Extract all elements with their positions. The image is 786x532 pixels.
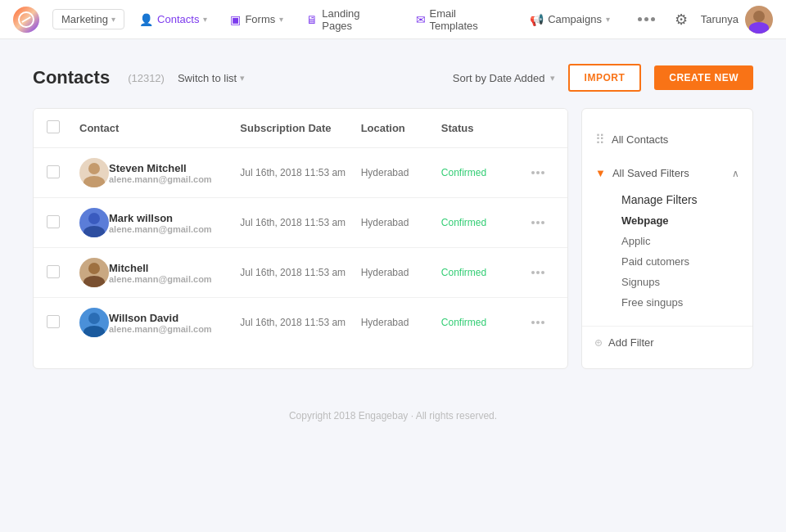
- table-row[interactable]: Mitchell alene.mann@gmail.com Jul 16th, …: [34, 248, 567, 298]
- page-header: Contacts (12312) Switch to list ▾ Sort b…: [33, 64, 753, 92]
- manage-filters-item[interactable]: Manage Filters: [608, 189, 752, 210]
- landing-pages-icon: 🖥: [306, 13, 318, 26]
- col-status-header: Status: [441, 122, 522, 134]
- nav-contacts[interactable]: 👤 Contacts ▾: [131, 10, 215, 29]
- table-row[interactable]: Willson David alene.mann@gmail.com Jul 1…: [34, 298, 567, 347]
- manage-filters-label: Manage Filters: [621, 193, 698, 206]
- campaigns-icon: 📢: [530, 13, 544, 26]
- sidebar-filter-item-0[interactable]: Webpage: [608, 210, 752, 231]
- contact-email: alene.mann@gmail.com: [109, 174, 212, 184]
- subscription-date: Jul 16th, 2018 11:53 am: [240, 217, 360, 228]
- col-date-header: Subscription Date: [240, 122, 360, 134]
- contact-name: Mark willson: [109, 212, 212, 224]
- contact-info: Willson David alene.mann@gmail.com: [109, 312, 212, 334]
- email-templates-label: Email Templates: [430, 7, 508, 32]
- sidebar-filter-item-4[interactable]: Free singups: [608, 292, 752, 313]
- contact-email: alene.mann@gmail.com: [109, 224, 212, 234]
- status-badge: Confirmed: [441, 217, 522, 228]
- copyright-text: Copyright 2018 Engagebay · All rights re…: [289, 410, 497, 422]
- contact-email: alene.mann@gmail.com: [109, 274, 212, 284]
- nav-email-templates[interactable]: ✉ Email Templates: [408, 4, 516, 35]
- col-contact-header: Contact: [79, 122, 240, 134]
- contacts-chevron-icon: ▾: [203, 15, 207, 24]
- row-actions-button[interactable]: [528, 268, 548, 277]
- user-name: Tarunya: [701, 13, 739, 25]
- sidebar-panel: ⠿ All Contacts ▼ All Saved Filters ∧ Man…: [581, 108, 753, 369]
- location: Hyderabad: [361, 267, 441, 278]
- row-actions-button[interactable]: [528, 218, 548, 228]
- sort-label: Sort by Date Added: [453, 72, 545, 84]
- user-menu[interactable]: Tarunya: [701, 6, 773, 34]
- switch-to-list-button[interactable]: Switch to list ▾: [178, 72, 245, 84]
- contact-email: alene.mann@gmail.com: [109, 324, 212, 334]
- subscription-date: Jul 16th, 2018 11:53 am: [240, 167, 360, 178]
- contact-avatar: [79, 158, 109, 187]
- landing-pages-label: Landing Pages: [322, 7, 392, 32]
- sort-dropdown[interactable]: Sort by Date Added ▾: [453, 72, 555, 84]
- table-header: Contact Subscription Date Location Statu…: [34, 109, 567, 148]
- contact-name: Steven Mitchell: [109, 162, 212, 174]
- campaigns-chevron-icon: ▾: [606, 15, 610, 24]
- table-row[interactable]: Steven Mitchell alene.mann@gmail.com Jul…: [34, 148, 567, 198]
- add-filter-button[interactable]: + Add Filter: [582, 330, 752, 355]
- sidebar-filter-item-3[interactable]: Signups: [608, 272, 752, 292]
- contacts-table: Contact Subscription Date Location Statu…: [33, 108, 568, 369]
- sidebar-filter-item-1[interactable]: Applic: [608, 231, 752, 251]
- nav-landing-pages[interactable]: 🖥 Landing Pages: [298, 4, 400, 35]
- contact-name: Willson David: [109, 312, 212, 324]
- forms-chevron-icon: ▾: [279, 15, 283, 24]
- status-badge: Confirmed: [441, 167, 522, 178]
- contacts-label: Contacts: [157, 13, 199, 25]
- contact-info: Mark willson alene.mann@gmail.com: [109, 212, 212, 234]
- row-checkbox-0[interactable]: [47, 165, 60, 178]
- contact-name: Mitchell: [109, 262, 212, 274]
- logo[interactable]: [13, 7, 39, 33]
- page-title: Contacts: [33, 67, 110, 88]
- contact-avatar: [79, 258, 109, 287]
- grip-icon: ⠿: [595, 132, 605, 147]
- sidebar-filter-item-2[interactable]: Paid cutomers: [608, 251, 752, 272]
- forms-icon: ▣: [230, 13, 241, 26]
- row-checkbox-3[interactable]: [47, 315, 60, 328]
- sidebar-section-all: ⠿ All Contacts: [582, 122, 752, 157]
- footer: Copyright 2018 Engagebay · All rights re…: [33, 394, 753, 438]
- contact-info: Steven Mitchell alene.mann@gmail.com: [109, 162, 212, 184]
- switch-label: Switch to list: [178, 72, 237, 84]
- sort-chevron-icon: ▾: [550, 73, 555, 83]
- filter-icon: ▼: [595, 167, 606, 179]
- create-new-button[interactable]: CREATE NEW: [654, 65, 753, 90]
- status-badge: Confirmed: [441, 267, 522, 278]
- row-checkbox-1[interactable]: [47, 215, 60, 228]
- contact-info: Mitchell alene.mann@gmail.com: [109, 262, 212, 284]
- sidebar-all-contacts[interactable]: ⠿ All Contacts: [582, 125, 752, 154]
- add-filter-icon: +: [595, 340, 602, 346]
- import-button[interactable]: IMPORT: [568, 64, 642, 92]
- row-checkbox-2[interactable]: [47, 265, 60, 278]
- workspace-chevron-icon: ▾: [111, 15, 115, 24]
- nav-campaigns[interactable]: 📢 Campaigns ▾: [522, 10, 618, 29]
- nav-forms[interactable]: ▣ Forms ▾: [222, 10, 291, 29]
- row-actions-button[interactable]: [528, 318, 548, 327]
- contact-count: (12312): [128, 72, 165, 84]
- content-area: Contact Subscription Date Location Statu…: [33, 108, 753, 369]
- table-row[interactable]: Mark willson alene.mann@gmail.com Jul 16…: [34, 198, 567, 248]
- avatar: [745, 6, 773, 34]
- col-location-header: Location: [361, 122, 441, 134]
- row-actions-button[interactable]: [528, 168, 548, 178]
- contact-avatar: [79, 308, 109, 337]
- table-body: Steven Mitchell alene.mann@gmail.com Jul…: [34, 148, 567, 347]
- saved-filters-list: Manage Filters WebpageApplicPaid cutomer…: [582, 186, 752, 319]
- contacts-icon: 👤: [139, 13, 153, 26]
- saved-filters-chevron-icon: ∧: [732, 168, 739, 179]
- email-templates-icon: ✉: [416, 13, 426, 26]
- sidebar-divider: [582, 326, 752, 327]
- status-badge: Confirmed: [441, 317, 522, 328]
- settings-button[interactable]: ⚙: [668, 7, 694, 33]
- select-all-checkbox[interactable]: [47, 120, 60, 133]
- navbar: Marketing ▾ 👤 Contacts ▾ ▣ Forms ▾ 🖥 Lan…: [0, 0, 786, 39]
- saved-filters-header[interactable]: ▼ All Saved Filters ∧: [582, 160, 752, 186]
- more-options-button[interactable]: [631, 14, 662, 25]
- workspace-dropdown[interactable]: Marketing ▾: [52, 9, 124, 29]
- all-contacts-label: All Contacts: [612, 133, 668, 146]
- add-filter-label: Add Filter: [608, 336, 654, 349]
